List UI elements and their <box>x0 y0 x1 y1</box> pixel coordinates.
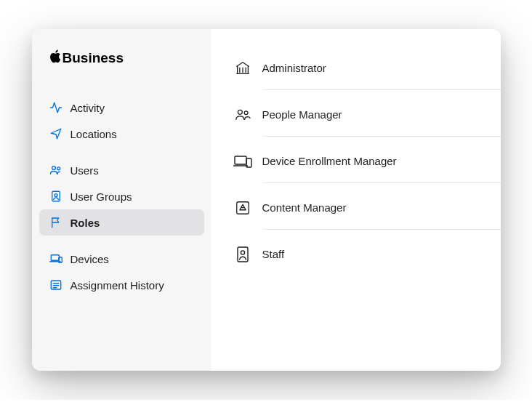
sidebar-item-label: Activity <box>70 102 105 114</box>
sidebar-item-devices[interactable]: Devices <box>39 246 204 272</box>
assignment-history-icon <box>49 278 63 292</box>
nav-group-3: Devices Assignment History <box>39 246 204 298</box>
activity-icon <box>49 101 63 114</box>
svg-point-1 <box>57 167 60 170</box>
app-window: Business Activity Locations User <box>32 29 501 371</box>
svg-rect-16 <box>235 156 246 164</box>
svg-point-15 <box>244 111 248 115</box>
sidebar-item-locations[interactable]: Locations <box>39 121 204 147</box>
role-item-administrator[interactable]: Administrator <box>233 45 479 92</box>
sidebar-item-label: Users <box>70 164 99 177</box>
svg-point-3 <box>55 194 57 197</box>
svg-point-21 <box>241 251 244 254</box>
sidebar-item-label: Devices <box>70 253 109 265</box>
role-text-wrap: Device Enrollment Manager <box>262 155 479 168</box>
roles-flag-icon <box>49 216 63 229</box>
role-text-wrap: Staff <box>262 248 479 261</box>
role-text-wrap: Content Manager <box>262 201 479 214</box>
role-item-device-enrollment-manager[interactable]: Device Enrollment Manager <box>233 138 479 185</box>
role-label: Staff <box>262 248 285 260</box>
role-label: People Manager <box>262 108 342 121</box>
role-text-wrap: People Manager <box>262 108 479 121</box>
nav-group-2: Users User Groups Roles <box>39 157 204 236</box>
svg-rect-4 <box>51 255 59 261</box>
sidebar-item-user-groups[interactable]: User Groups <box>39 183 204 209</box>
sidebar-item-assignment-history[interactable]: Assignment History <box>39 272 204 298</box>
device-enrollment-icon <box>233 153 252 169</box>
sidebar-item-roles[interactable]: Roles <box>39 209 204 236</box>
role-label: Content Manager <box>262 201 347 214</box>
sidebar: Business Activity Locations User <box>32 29 211 371</box>
user-groups-icon <box>49 190 63 203</box>
nav-group-1: Activity Locations <box>39 95 204 147</box>
brand: Business <box>39 44 204 84</box>
sidebar-item-label: Assignment History <box>70 279 164 292</box>
sidebar-item-activity[interactable]: Activity <box>39 95 204 121</box>
staff-icon <box>233 246 252 262</box>
content-manager-icon <box>233 200 252 216</box>
role-item-people-manager[interactable]: People Manager <box>233 92 479 138</box>
users-icon <box>49 164 63 177</box>
role-label: Administrator <box>262 62 326 74</box>
administrator-icon <box>233 60 252 76</box>
brand-label: Business <box>63 50 124 66</box>
role-text-wrap: Administrator <box>262 62 479 75</box>
apple-logo-icon <box>49 49 61 67</box>
svg-point-0 <box>52 166 55 170</box>
devices-icon <box>49 252 63 265</box>
role-label: Device Enrollment Manager <box>262 155 397 167</box>
sidebar-item-users[interactable]: Users <box>39 157 204 183</box>
main-content: Administrator People Manager Device Enro… <box>211 29 501 371</box>
sidebar-item-label: User Groups <box>70 190 132 203</box>
location-icon <box>49 127 63 140</box>
sidebar-item-label: Roles <box>70 217 100 229</box>
role-item-staff[interactable]: Staff <box>233 231 479 278</box>
svg-point-14 <box>238 110 242 114</box>
sidebar-item-label: Locations <box>70 128 117 140</box>
people-manager-icon <box>233 107 252 123</box>
role-item-content-manager[interactable]: Content Manager <box>233 185 479 231</box>
